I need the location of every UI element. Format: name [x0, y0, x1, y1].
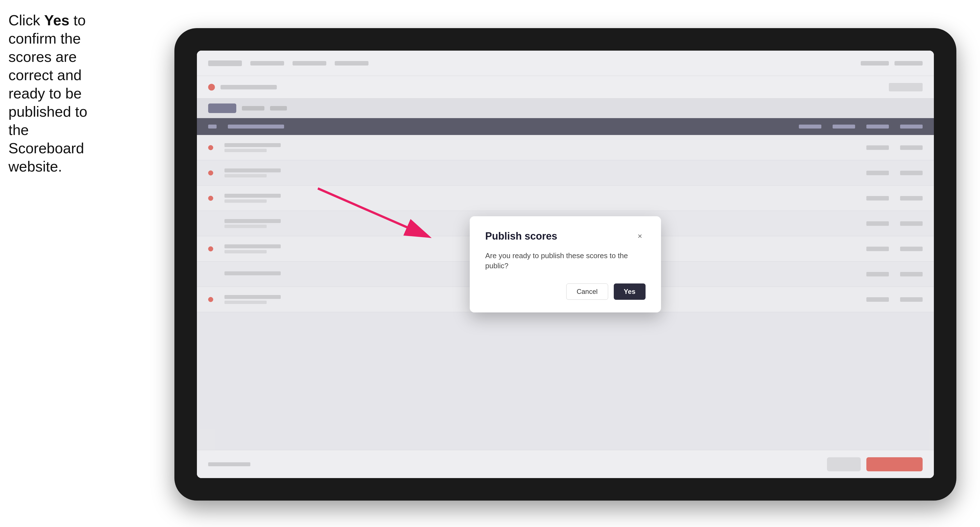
- modal-footer: Cancel Yes: [485, 284, 646, 300]
- modal-title: Publish scores: [485, 230, 557, 242]
- yes-emphasis: Yes: [44, 12, 70, 29]
- cancel-button[interactable]: Cancel: [566, 284, 608, 300]
- modal-close-button[interactable]: ×: [634, 230, 646, 242]
- modal-overlay: Publish scores × Are you ready to publis…: [197, 51, 934, 478]
- modal-body-text: Are you ready to publish these scores to…: [485, 251, 646, 271]
- tablet-device: Publish scores × Are you ready to publis…: [174, 28, 956, 500]
- modal-header: Publish scores ×: [485, 230, 646, 242]
- tablet-screen: Publish scores × Are you ready to publis…: [197, 51, 934, 478]
- publish-scores-modal: Publish scores × Are you ready to publis…: [470, 216, 661, 313]
- instruction-text: Click Yes to confirm the scores are corr…: [8, 11, 90, 176]
- yes-button[interactable]: Yes: [614, 284, 646, 300]
